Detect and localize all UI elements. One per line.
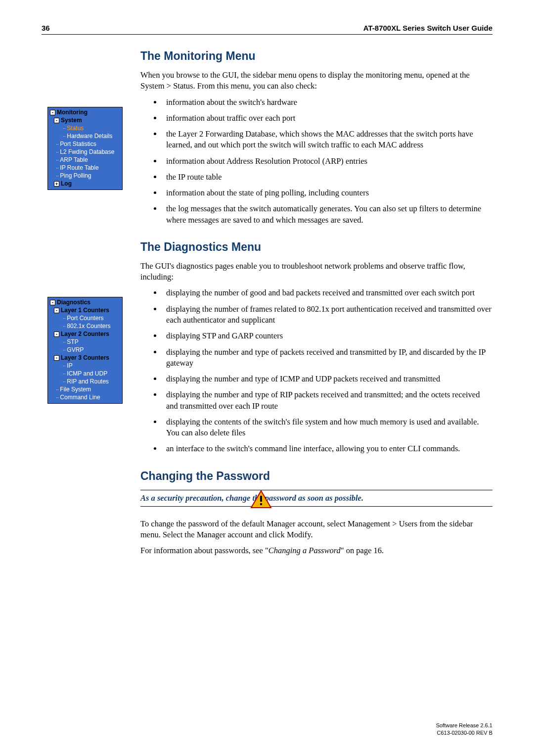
tree-item[interactable]: -Layer 1 Counters [48,306,122,314]
warning-icon [250,490,272,509]
security-note: As a security precaution, change the pas… [140,490,492,507]
tree-item-label: Status [67,125,84,132]
list-item: displaying the number and type of packet… [162,347,492,369]
tree-item[interactable]: ·· STP [48,338,122,346]
monitoring-sidebar: -Monitoring -System·· Status·· Hardware … [47,107,123,190]
tree-item[interactable]: -Layer 3 Counters [48,354,122,362]
list-item: the Layer 2 Forwarding Database, which s… [162,129,492,151]
tree-item-label: Layer 3 Counters [61,354,109,361]
tree-item-label: Port Statistics [60,141,96,147]
footer-docid: C613-02030-00 REV B [436,729,492,736]
list-item: displaying the number of good and bad pa… [162,287,492,298]
tree-item-label: ICMP and UDP [67,370,107,377]
heading-diagnostics-menu: The Diagnostics Menu [140,240,492,254]
list-item: information about the state of ping poll… [162,188,492,198]
tree-item[interactable]: ·· Ping Polling [48,172,122,180]
tree-item-label: GVRP [67,346,84,353]
collapse-icon[interactable]: - [50,300,55,305]
tree-item-label: 802.1x Counters [67,323,110,330]
tree-item-label: Log [61,180,72,187]
diagnostics-intro: The GUI's diagnostics pages enable you t… [140,261,492,283]
footer-release: Software Release 2.6.1 [436,722,492,729]
heading-monitoring-menu: The Monitoring Menu [140,49,492,63]
tree-item-label: IP [67,362,72,369]
tree-item[interactable]: ·· IP [48,362,122,370]
tree-item[interactable]: -System [48,116,122,124]
tree-item[interactable]: ·· GVRP [48,346,122,354]
change-password-p2: For information about passwords, see "Ch… [140,545,492,556]
tree-item-label: Layer 2 Counters [61,331,109,337]
monitoring-intro: When you browse to the GUI, the sidebar … [140,70,492,92]
doc-title: AT-8700XL Series Switch User Guide [363,24,492,32]
tree-item[interactable]: +Log [48,180,122,188]
expand-icon[interactable]: + [54,181,59,187]
tree-item[interactable]: ·· Command Line [48,393,122,401]
heading-changing-password: Changing the Password [140,470,492,483]
tree-item-label: ARP Table [60,156,88,163]
tree-item[interactable]: ·· Port Counters [48,314,122,322]
tree-item-label: System [61,117,82,124]
page-header: 36 AT-8700XL Series Switch User Guide [42,24,492,35]
tree-item-label: Layer 1 Counters [61,307,109,314]
tree-item[interactable]: ·· IP Route Table [48,164,122,172]
diagnostics-sidebar: -Diagnostics -Layer 1 Counters·· Port Co… [47,297,123,404]
collapse-icon[interactable]: - [50,110,55,115]
collapse-icon[interactable]: - [54,355,59,361]
tree-item[interactable]: ·· ARP Table [48,156,122,164]
tree-item-label: RIP and Routes [67,378,109,385]
xref-changing-password[interactable]: Changing a Password [268,546,341,555]
tree-item[interactable]: ·· ICMP and UDP [48,370,122,378]
tree-root-diagnostics[interactable]: -Diagnostics [48,298,122,306]
tree-root-monitoring[interactable]: -Monitoring [48,108,122,116]
tree-item[interactable]: ·· RIP and Routes [48,378,122,385]
tree-item-label: STP [67,338,78,345]
svg-rect-2 [260,503,262,505]
tree-item[interactable]: ·· 802.1x Counters [48,322,122,330]
list-item: an interface to the switch's command lin… [162,443,492,454]
svg-rect-1 [260,496,262,502]
tree-item[interactable]: ·· File System [48,385,122,393]
tree-item[interactable]: ·· L2 Fwding Database [48,148,122,156]
change-password-p1: To change the password of the default Ma… [140,519,492,541]
tree-item[interactable]: ·· Status [48,124,122,132]
tree-item-label: Hardware Details [67,133,112,140]
collapse-icon[interactable]: - [54,308,59,313]
tree-item-label: Command Line [60,394,100,401]
page-number: 36 [42,24,50,32]
tree-item-label: Ping Polling [60,172,91,179]
list-item: information about traffic over each port [162,113,492,124]
list-item: the IP route table [162,172,492,183]
tree-item-label: IP Route Table [60,164,98,171]
list-item: displaying the number of frames related … [162,304,492,326]
list-item: displaying the number and type of RIP pa… [162,389,492,412]
tree-item-label: Port Counters [67,315,103,322]
diagnostics-bullet-list: displaying the number of good and bad pa… [140,287,492,454]
tree-item[interactable]: -Layer 2 Counters [48,330,122,338]
list-item: displaying the contents of the switch's … [162,417,492,439]
list-item: the log messages that the switch automat… [162,203,492,226]
tree-item[interactable]: ·· Port Statistics [48,140,122,148]
tree-item-label: File System [60,386,91,393]
tree-item-label: L2 Fwding Database [60,148,114,155]
list-item: information about Address Resolution Pro… [162,156,492,167]
page-footer: Software Release 2.6.1 C613-02030-00 REV… [436,722,492,736]
tree-item[interactable]: ·· Hardware Details [48,132,122,140]
collapse-icon[interactable]: - [54,118,59,123]
collapse-icon[interactable]: - [54,331,59,337]
monitoring-bullet-list: information about the switch's hardwarei… [140,97,492,226]
list-item: displaying STP and GARP counters [162,331,492,341]
list-item: displaying the number and type of ICMP a… [162,374,492,384]
list-item: information about the switch's hardware [162,97,492,108]
